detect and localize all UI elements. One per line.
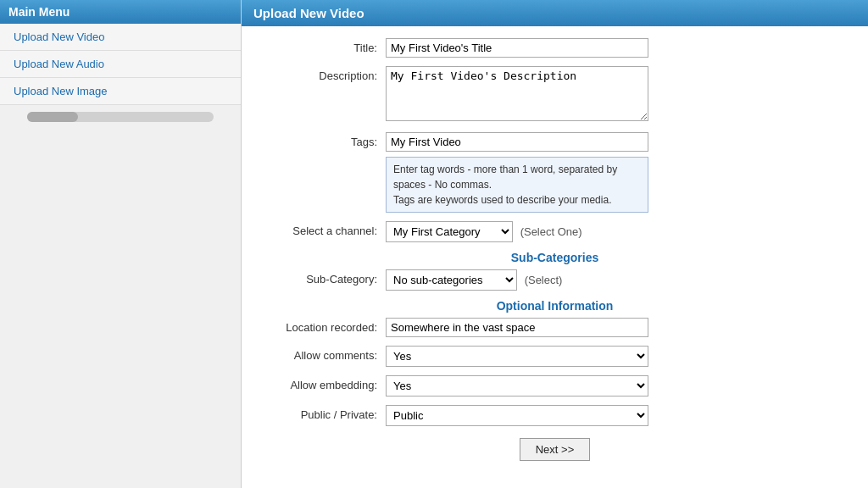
sidebar-item-upload-video[interactable]: Upload New Video — [0, 24, 241, 51]
subcategory-row: Sub-Category: No sub-categories (Select) — [259, 269, 851, 291]
channel-control: My First Category (Select One) — [386, 221, 851, 242]
subcategory-control: No sub-categories (Select) — [386, 269, 851, 291]
description-input[interactable]: My First Video's Description — [386, 66, 648, 121]
tag-hint-line3: Tags are keywords used to describe your … — [393, 194, 611, 206]
comments-select[interactable]: Yes No — [386, 346, 648, 367]
comments-row: Allow comments: Yes No — [259, 346, 851, 367]
embedding-label: Allow embedding: — [259, 375, 386, 391]
location-control — [386, 318, 851, 337]
title-label: Title: — [259, 38, 386, 54]
next-button[interactable]: Next >> — [520, 438, 591, 461]
sidebar-scrollbar-thumb — [27, 112, 78, 122]
sidebar: Main Menu Upload New Video Upload New Au… — [0, 0, 242, 488]
description-row: Description: My First Video's Descriptio… — [259, 66, 851, 124]
comments-label: Allow comments: — [259, 346, 386, 362]
comments-control: Yes No — [386, 346, 851, 367]
embedding-select[interactable]: Yes No — [386, 375, 648, 396]
channel-select[interactable]: My First Category — [386, 221, 513, 242]
public-label: Public / Private: — [259, 405, 386, 421]
tags-row: Tags: Enter tag words - more than 1 word… — [259, 132, 851, 213]
subcategory-hint: (Select) — [525, 274, 563, 286]
sidebar-scrollbar[interactable] — [27, 112, 214, 122]
main-header: Upload New Video — [242, 0, 868, 26]
sidebar-item-upload-audio[interactable]: Upload New Audio — [0, 51, 241, 78]
title-control — [386, 38, 851, 58]
tags-label: Tags: — [259, 132, 386, 148]
sidebar-item-upload-image[interactable]: Upload New Image — [0, 78, 241, 105]
description-label: Description: — [259, 66, 386, 82]
tags-input[interactable] — [386, 132, 648, 152]
main-content: Upload New Video Title: Description: My … — [242, 0, 868, 488]
embedding-row: Allow embedding: Yes No — [259, 375, 851, 396]
sidebar-header: Main Menu — [0, 0, 241, 24]
channel-label: Select a channel: — [259, 221, 386, 237]
embedding-control: Yes No — [386, 375, 851, 396]
subcategory-select[interactable]: No sub-categories — [386, 269, 517, 291]
location-input[interactable] — [386, 318, 648, 337]
optional-heading: Optional Information — [259, 299, 851, 313]
title-row: Title: — [259, 38, 851, 58]
form-area: Title: Description: My First Video's Des… — [242, 26, 868, 478]
tags-control: Enter tag words - more than 1 word, sepa… — [386, 132, 851, 213]
tag-hint-line1: Enter tag words - more than 1 word, sepa… — [393, 164, 617, 175]
public-select[interactable]: Public Private — [386, 405, 648, 426]
tag-hint: Enter tag words - more than 1 word, sepa… — [386, 157, 648, 213]
channel-hint: (Select One) — [520, 225, 582, 238]
public-control: Public Private — [386, 405, 851, 426]
description-control: My First Video's Description — [386, 66, 851, 124]
subcategories-heading: Sub-Categories — [259, 251, 851, 264]
public-row: Public / Private: Public Private — [259, 405, 851, 426]
tag-hint-line2: spaces - No commas. — [393, 179, 492, 191]
location-row: Location recorded: — [259, 318, 851, 337]
title-input[interactable] — [386, 38, 648, 58]
location-label: Location recorded: — [259, 318, 386, 334]
channel-row: Select a channel: My First Category (Sel… — [259, 221, 851, 242]
subcategory-label: Sub-Category: — [259, 269, 386, 286]
